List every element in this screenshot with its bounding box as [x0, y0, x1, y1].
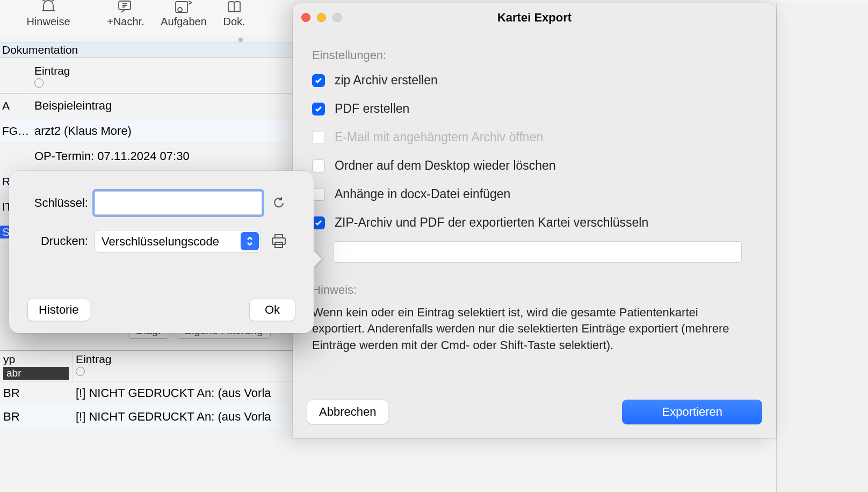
checkbox-label: zip Archiv erstellen [335, 73, 438, 88]
checkbox-label: ZIP-Archiv und PDF der exportierten Kart… [335, 215, 648, 230]
filter-circle-icon[interactable] [76, 367, 85, 376]
checkbox-label: E-Mail mit angehängtem Archiv öffnen [335, 130, 543, 144]
settings-label: Einstellungen: [312, 48, 757, 62]
toolbar: Hinweise +Nachr. Aufgaben Dok. [0, 0, 293, 35]
book-icon [227, 0, 241, 14]
checkbox-icon[interactable] [312, 188, 325, 201]
checkbox-label: Anhänge in docx-Datei einfügen [335, 187, 510, 201]
history-button[interactable]: Historie [27, 299, 90, 321]
toolbar-label: Aufgaben [161, 16, 207, 28]
titlebar[interactable]: Kartei Export [293, 3, 776, 32]
checkbox-row-docx[interactable]: Anhänge in docx-Datei einfügen [312, 187, 757, 201]
printer-icon[interactable] [270, 232, 288, 250]
print-label: Drucken: [27, 234, 95, 248]
checkbox-row-zip[interactable]: zip Archiv erstellen [312, 73, 757, 88]
window-controls [301, 13, 342, 22]
toolbar-label: +Nachr. [107, 16, 144, 28]
row-code: FG… [0, 125, 31, 138]
key-label: Schlüssel: [27, 196, 95, 210]
checkbox-icon[interactable] [312, 216, 325, 229]
toolbar-label: Dok. [223, 16, 245, 28]
toolbar-item-nachr[interactable]: +Nachr. [97, 0, 155, 28]
message-plus-icon [118, 0, 133, 14]
lower-table-header: yp Eintrag [0, 350, 293, 381]
table-row[interactable]: OP-Termin: 07.11.2024 07:30 [0, 144, 293, 169]
table-header: Eintrag [0, 62, 293, 93]
lower-table-body: BR [!] NICHT GEDRUCKT An: (aus Vorla BR … [0, 381, 293, 429]
chevron-updown-icon [241, 232, 259, 250]
row-code: A [0, 99, 31, 112]
print-select[interactable]: Verschlüsselungscode [95, 230, 261, 252]
table-row[interactable]: A Beispieleintrag [0, 93, 293, 119]
export-button[interactable]: Exportieren [622, 400, 762, 424]
minimize-icon[interactable] [317, 13, 326, 22]
column-header-type[interactable]: yp [3, 353, 69, 366]
section-title: Dokumentation [2, 44, 78, 56]
row-code: BR [0, 410, 73, 424]
refresh-icon[interactable] [271, 195, 287, 211]
checkbox-row-delete-folder[interactable]: Ordner auf dem Desktop wieder löschen [312, 158, 757, 173]
checkbox-icon [312, 131, 325, 144]
print-row: Drucken: Verschlüsselungscode [27, 230, 295, 252]
popover-buttons: Historie Ok [27, 299, 295, 321]
row-text: [!] NICHT GEDRUCKT An: (aus Vorla [73, 410, 293, 424]
type-filter-input[interactable] [3, 367, 69, 380]
toolbar-item-aufgaben[interactable]: Aufgaben [155, 0, 213, 28]
toolbar-label: Hinweise [26, 16, 70, 28]
checkbox-row-email: E-Mail mit angehängtem Archiv öffnen [312, 130, 757, 144]
column-header-eintrag[interactable]: Eintrag [34, 64, 293, 77]
checkbox-icon[interactable] [312, 160, 325, 172]
checkbox-row-encrypt[interactable]: ZIP-Archiv und PDF der exportierten Kart… [312, 215, 757, 230]
hint-label: Hinweis: [312, 283, 757, 297]
key-popover: Schlüssel: Drucken: Verschlüsselungscode… [9, 171, 314, 333]
table-row[interactable]: BR [!] NICHT GEDRUCKT An: (aus Vorla [0, 381, 293, 405]
column-header-eintrag-lower[interactable]: Eintrag [76, 353, 290, 366]
alert-icon [40, 0, 56, 14]
ok-button[interactable]: Ok [249, 299, 295, 321]
row-text: Beispieleintrag [31, 99, 293, 113]
close-icon[interactable] [301, 13, 310, 22]
key-input[interactable] [95, 191, 262, 215]
export-dialog: Kartei Export Einstellungen: zip Archiv … [293, 3, 776, 438]
cancel-button[interactable]: Abbrechen [307, 400, 388, 424]
section-header-dokumentation: Dokumentation [0, 42, 293, 58]
checkbox-label: PDF erstellen [335, 102, 409, 116]
table-row[interactable]: BR [!] NICHT GEDRUCKT An: (aus Vorla [0, 405, 293, 429]
row-text: arzt2 (Klaus More) [31, 124, 293, 138]
right-panel-edge [776, 3, 868, 492]
window-title: Kartei Export [293, 11, 776, 25]
key-row: Schlüssel: [27, 191, 295, 215]
row-text: [!] NICHT GEDRUCKT An: (aus Vorla [73, 386, 293, 400]
encryption-key-input[interactable] [334, 241, 742, 263]
row-text: OP-Termin: 07.11.2024 07:30 [31, 149, 293, 163]
checkbox-icon[interactable] [312, 74, 325, 87]
export-body: Einstellungen: zip Archiv erstellen PDF … [293, 32, 776, 354]
checkbox-icon[interactable] [312, 103, 325, 115]
row-code: BR [0, 386, 73, 400]
hint-text: Wenn kein oder ein Eintrag selektiert is… [312, 305, 757, 354]
checkbox-label: Ordner auf dem Desktop wieder löschen [335, 158, 556, 173]
toolbar-item-dok[interactable]: Dok. [213, 0, 256, 28]
drag-handle[interactable] [238, 38, 243, 42]
zoom-icon [332, 13, 342, 22]
svg-rect-4 [272, 238, 285, 244]
table-row[interactable]: FG… arzt2 (Klaus More) [0, 119, 293, 144]
svg-point-2 [178, 8, 182, 12]
checkbox-row-pdf[interactable]: PDF erstellen [312, 102, 757, 116]
dialog-button-row: Abbrechen Exportieren [307, 400, 762, 424]
toolbar-item-hinweise[interactable]: Hinweise [0, 0, 97, 28]
filter-circle-icon[interactable] [34, 78, 44, 88]
tasks-icon [175, 0, 193, 14]
